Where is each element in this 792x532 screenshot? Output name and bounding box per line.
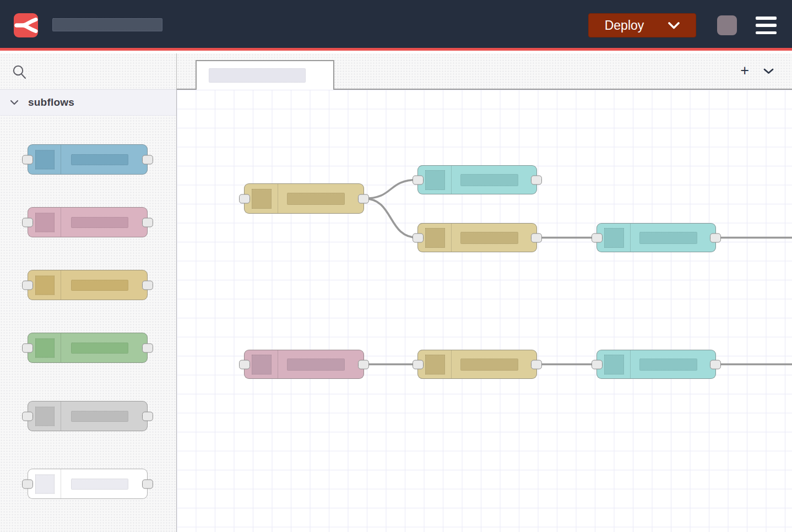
node-divider <box>61 333 61 362</box>
fork-icon <box>14 13 38 37</box>
input-port[interactable] <box>22 218 33 227</box>
node-icon-skeleton <box>35 150 55 169</box>
input-port[interactable] <box>22 343 33 352</box>
palette-node-body <box>28 207 148 237</box>
output-port[interactable] <box>531 360 542 369</box>
node-palette: subflows <box>0 53 177 532</box>
node-divider <box>630 350 631 378</box>
palette-node-body <box>28 144 148 175</box>
tab-actions: + <box>740 53 774 89</box>
input-port[interactable] <box>239 194 250 203</box>
node-icon-skeleton <box>35 474 55 493</box>
node-label-skeleton <box>71 479 128 490</box>
output-port[interactable] <box>358 194 369 203</box>
node-divider <box>61 401 61 431</box>
node-label-skeleton <box>460 359 518 371</box>
palette-node-gray-node[interactable] <box>22 401 153 431</box>
input-port[interactable] <box>592 360 603 369</box>
node-divider <box>451 224 452 252</box>
node-divider <box>61 145 61 174</box>
input-port[interactable] <box>413 233 424 242</box>
node-icon-skeleton <box>252 355 272 374</box>
output-port[interactable] <box>142 155 153 164</box>
input-port[interactable] <box>22 411 33 421</box>
wire-layer <box>177 90 792 532</box>
palette-node-green-node[interactable] <box>22 333 153 363</box>
wire[interactable] <box>364 199 417 238</box>
node-red-logo <box>14 13 38 37</box>
deploy-button-label: Deploy <box>605 18 644 33</box>
output-port[interactable] <box>710 233 721 242</box>
node-icon-skeleton <box>35 275 55 295</box>
node-icon-skeleton <box>35 406 55 426</box>
palette-node-body <box>28 469 148 499</box>
tab-label-skeleton <box>209 68 306 83</box>
node-label-skeleton <box>71 154 128 165</box>
flow-list-chevron-icon[interactable] <box>763 68 774 74</box>
palette-node-body <box>28 270 148 300</box>
flow-node-cyan[interactable] <box>596 350 716 379</box>
palette-node-white-node[interactable] <box>22 469 153 499</box>
flow-node-tan[interactable] <box>417 223 537 252</box>
flow-node-cyan[interactable] <box>596 223 716 252</box>
node-divider <box>278 184 278 213</box>
node-icon-skeleton <box>35 338 55 357</box>
input-port[interactable] <box>22 155 33 164</box>
node-divider <box>278 350 278 378</box>
node-icon-skeleton <box>425 170 445 190</box>
input-port[interactable] <box>413 360 424 369</box>
input-port[interactable] <box>22 280 33 290</box>
palette-node-tan-node[interactable] <box>22 270 153 300</box>
input-port[interactable] <box>239 360 250 369</box>
output-port[interactable] <box>358 360 369 369</box>
node-icon-skeleton <box>252 189 272 209</box>
input-port[interactable] <box>22 479 33 488</box>
header-title-skeleton <box>52 18 162 31</box>
flow-node-pink[interactable] <box>244 350 364 379</box>
main-menu-icon[interactable] <box>756 17 777 34</box>
workspace: + <box>177 53 792 532</box>
wire[interactable] <box>364 180 417 199</box>
output-port[interactable] <box>142 218 153 227</box>
output-port[interactable] <box>142 479 153 488</box>
palette-node-pink-node[interactable] <box>22 207 153 237</box>
palette-item-list <box>0 53 176 532</box>
node-divider <box>630 224 631 252</box>
output-port[interactable] <box>531 233 542 242</box>
node-label-skeleton <box>71 343 128 354</box>
menu-bar <box>756 24 777 27</box>
user-avatar[interactable] <box>717 15 737 35</box>
node-label-skeleton <box>71 280 128 291</box>
deploy-button[interactable]: Deploy <box>588 13 696 37</box>
node-label-skeleton <box>639 359 697 371</box>
output-port[interactable] <box>142 343 153 352</box>
flow-tab-bar: + <box>177 53 792 90</box>
flow-node-cyan[interactable] <box>417 165 537 194</box>
output-port[interactable] <box>531 175 542 184</box>
output-port[interactable] <box>142 280 153 290</box>
node-label-skeleton <box>287 193 345 205</box>
node-divider <box>451 350 452 378</box>
output-port[interactable] <box>142 411 153 421</box>
node-icon-skeleton <box>425 355 445 374</box>
flow-canvas[interactable] <box>177 90 792 532</box>
node-label-skeleton <box>71 411 128 422</box>
palette-node-body <box>28 401 148 431</box>
node-divider <box>61 469 61 498</box>
node-label-skeleton <box>460 174 518 186</box>
output-port[interactable] <box>710 360 721 369</box>
menu-bar <box>756 31 777 35</box>
menu-bar <box>756 17 777 20</box>
node-divider <box>451 166 452 194</box>
add-flow-icon[interactable]: + <box>740 63 749 78</box>
palette-node-blue-node[interactable] <box>22 144 153 175</box>
input-port[interactable] <box>592 233 603 242</box>
node-icon-skeleton <box>604 355 624 374</box>
node-divider <box>61 270 61 300</box>
node-icon-skeleton <box>425 228 445 248</box>
flow-node-tan[interactable] <box>244 183 364 214</box>
input-port[interactable] <box>413 175 424 184</box>
flow-tab-active[interactable] <box>196 60 334 90</box>
node-label-skeleton <box>71 217 128 228</box>
flow-node-tan[interactable] <box>417 350 537 379</box>
